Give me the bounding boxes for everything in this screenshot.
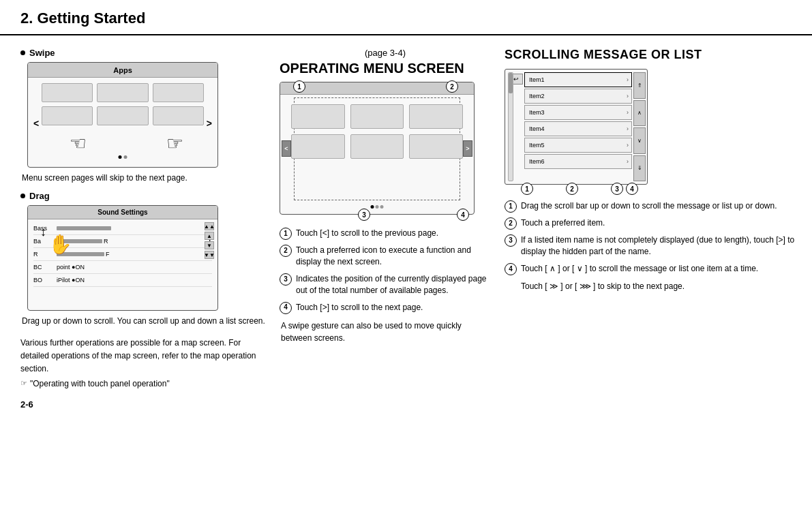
drag-hand-icon: ✋ xyxy=(48,233,72,256)
step-text-4: Touch [>] to scroll to the next page. xyxy=(296,302,423,313)
scroll-label-4: 4 xyxy=(626,183,638,195)
swipe-cell xyxy=(97,83,148,102)
op-diagram-wrap: < > 1 2 3 4 xyxy=(280,82,477,218)
left-arrow-icon: < xyxy=(33,118,39,129)
ref-icon: ☞ xyxy=(20,379,27,388)
scroll-corner-labels: 1 2 3 4 xyxy=(505,183,655,195)
scroll-list-item[interactable]: Item2› xyxy=(524,89,632,104)
label-1: 1 xyxy=(293,80,305,93)
drag-row: BO iPilot ●ON xyxy=(33,274,212,287)
scroll-step-4: 4 Touch [ ∧ ] or [ ∨ ] to scroll the mes… xyxy=(505,263,796,275)
op-bottom-bar xyxy=(371,205,384,209)
scroll-up-small-btn[interactable]: ▲ xyxy=(205,232,214,240)
step-text-2: Touch a preferred icon to execute a func… xyxy=(296,245,491,268)
scroll-label-2: 2 xyxy=(566,183,578,195)
scroll-title: SCROLLING MESSAGE OR LIST xyxy=(505,48,796,62)
touch-skip-text: Touch [ ≫ ] or [ ⋙ ] to skip to the next… xyxy=(521,280,796,292)
op-top-bar xyxy=(280,82,474,95)
page-ref: (page 3-4) xyxy=(280,48,491,58)
step-num-4: 4 xyxy=(280,302,292,314)
scroll-down-btn[interactable]: ∨ xyxy=(633,127,646,154)
op-dot xyxy=(380,205,384,209)
op-cell xyxy=(409,134,463,159)
drag-scroll-buttons: ▲▲ ▲ ▼ ▼▼ xyxy=(204,222,215,307)
bullet-dot xyxy=(20,194,25,198)
scroll-up-btn[interactable]: ∧ xyxy=(633,100,646,127)
scroll-steps: 1 Drag the scroll bar up or down to scro… xyxy=(505,200,796,292)
col-right: SCROLLING MESSAGE OR LIST ↩ Item1›Item2›… xyxy=(505,48,796,410)
drag-label: Drag xyxy=(20,191,266,201)
scroll-handle xyxy=(509,73,513,93)
scroll-up-btn[interactable]: ▲▲ xyxy=(205,222,214,230)
swipe-desc: Menu screen pages will skip to the next … xyxy=(22,172,266,184)
main-content: Swipe Apps < > xyxy=(0,35,812,416)
right-hand-icon: ☞ xyxy=(166,132,183,155)
bullet-dot xyxy=(20,50,25,55)
scroll-list: Item1›Item2›Item3›Item4›Item5›Item6› xyxy=(524,72,632,181)
scroll-step-text-2: Touch a preferred item. xyxy=(521,217,605,229)
drag-diagram: Sound Settings Bass + Ba xyxy=(27,205,218,311)
scroll-labels-34: 3 4 xyxy=(611,183,638,195)
swipe-dot xyxy=(124,155,127,159)
step-num-3: 3 xyxy=(280,273,292,286)
scroll-list-item[interactable]: Item1› xyxy=(524,72,632,87)
page-title: 2. Getting Started xyxy=(20,10,792,27)
scroll-step-num-3: 3 xyxy=(505,234,517,247)
label-4: 4 xyxy=(457,209,469,221)
scroll-step-num-4: 4 xyxy=(505,263,517,275)
scroll-list-item[interactable]: Item4› xyxy=(524,121,632,136)
scroll-step-text-3: If a listed item name is not completely … xyxy=(521,234,796,258)
op-cell xyxy=(409,104,463,129)
right-arrow-icon: > xyxy=(207,118,212,129)
scroll-step-text-4: Touch [ ∧ ] or [ ∨ ] to scroll the messa… xyxy=(521,263,758,275)
sound-bar: Sound Settings xyxy=(28,206,217,219)
drag-row: BC point ●ON xyxy=(33,261,212,274)
scroll-step-3: 3 If a listed item name is not completel… xyxy=(505,234,796,258)
operating-ref: ☞ "Operating with touch panel operation" xyxy=(20,379,266,388)
drag-inner: Sound Settings Bass + Ba xyxy=(28,206,217,310)
col-left: Swipe Apps < > xyxy=(20,48,266,410)
op-dot xyxy=(371,205,374,209)
op-cell xyxy=(350,134,404,159)
swipe-dots xyxy=(119,155,127,159)
swipe-diagram: Apps < > xyxy=(27,62,218,168)
drag-arrow-icon: ↕ xyxy=(40,225,46,239)
col-mid: (page 3-4) OPERATING MENU SCREEN < > xyxy=(280,48,491,410)
op-cell xyxy=(291,104,345,129)
op-dots xyxy=(371,205,384,209)
scroll-down-small-btn[interactable]: ▼ xyxy=(205,241,214,249)
swipe-arrows: < > xyxy=(28,118,217,129)
step-num-1: 1 xyxy=(280,228,292,240)
drag-desc: Drag up or down to scroll. You can scrol… xyxy=(22,315,266,327)
label-2: 2 xyxy=(446,80,458,93)
scroll-bar[interactable] xyxy=(508,72,513,181)
step-text-3: Indicates the position of the currently … xyxy=(296,273,491,297)
step-list: 1 Touch [<] to scroll to the previous pa… xyxy=(280,228,491,314)
swipe-section: Swipe Apps < > xyxy=(20,48,266,184)
scroll-right-buttons: ⇑ ∧ ∨ ⇓ xyxy=(633,72,646,181)
left-hand-icon: ☞ xyxy=(70,132,87,155)
step-item-4: 4 Touch [>] to scroll to the next page. xyxy=(280,302,491,314)
scroll-list-item[interactable]: Item5› xyxy=(524,138,632,153)
scroll-label-1: 1 xyxy=(521,183,533,195)
op-diagram: < > xyxy=(280,82,475,215)
scroll-list-item[interactable]: Item6› xyxy=(524,154,632,169)
page-header: 2. Getting Started xyxy=(0,0,812,35)
scroll-label-3: 3 xyxy=(611,183,623,195)
scroll-top-btn[interactable]: ⇑ xyxy=(633,72,646,99)
scroll-list-item[interactable]: Item3› xyxy=(524,105,632,120)
step-item-2: 2 Touch a preferred icon to execute a fu… xyxy=(280,245,491,268)
swipe-dot xyxy=(119,155,122,159)
scroll-diagram: ↩ Item1›Item2›Item3›Item4›Item5›Item6› ⇑… xyxy=(505,69,648,185)
scroll-step-1: 1 Drag the scroll bar up or down to scro… xyxy=(505,200,796,213)
scroll-step-num-1: 1 xyxy=(505,200,517,213)
op-cell xyxy=(350,104,404,129)
label-3: 3 xyxy=(358,209,370,221)
op-grid xyxy=(280,97,474,166)
step-text-1: Touch [<] to scroll to the previous page… xyxy=(296,228,438,239)
scroll-down-btn[interactable]: ▼▼ xyxy=(205,251,214,259)
op-dot xyxy=(376,205,379,209)
scroll-bottom-btn[interactable]: ⇓ xyxy=(633,155,646,182)
step-num-2: 2 xyxy=(280,245,292,257)
scroll-step-num-2: 2 xyxy=(505,217,517,230)
